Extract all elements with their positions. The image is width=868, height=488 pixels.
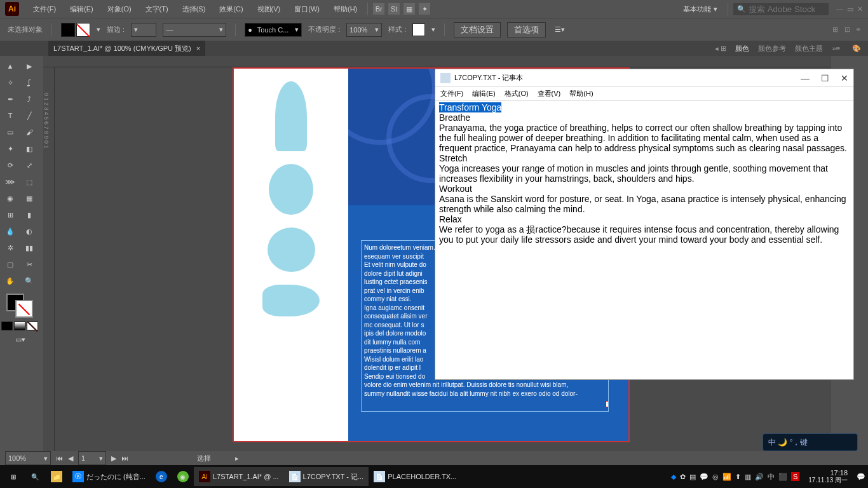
ime-indicator[interactable]: 中 — [768, 472, 775, 482]
column-graph-tool[interactable]: ▮▮ — [20, 240, 38, 255]
close-icon[interactable]: ✕ — [841, 73, 848, 83]
minimize-icon[interactable]: — — [836, 5, 843, 13]
np-menu-file[interactable]: 文件(F) — [440, 89, 463, 98]
horizontal-ruler[interactable] — [43, 56, 831, 67]
menu-type[interactable]: 文字(T) — [139, 3, 175, 16]
np-menu-help[interactable]: 帮助(H) — [569, 89, 593, 98]
placeholder-task-button[interactable]: 📄PLACEHOLDER.TX... — [369, 467, 461, 486]
stock-icon[interactable]: St — [388, 3, 400, 15]
preferences-button[interactable]: 首选项 — [507, 22, 546, 37]
edge-button[interactable]: e — [151, 467, 172, 486]
chevron-down-icon[interactable]: ▾ — [97, 25, 100, 34]
colorguide-panel-tab[interactable]: 颜色参考 — [758, 44, 786, 53]
nav-first-icon[interactable]: ⏮ — [56, 454, 63, 462]
menu-file[interactable]: 文件(F) — [27, 3, 62, 16]
zoom-tool[interactable]: 🔍 — [20, 273, 38, 288]
type-tool[interactable]: T — [1, 108, 19, 123]
tray-icon[interactable]: 💬 — [700, 473, 709, 481]
arrange-icon[interactable]: ▦ — [403, 3, 415, 15]
maximize-icon[interactable]: ▭ — [847, 5, 853, 13]
fill-stroke-swatches[interactable] — [61, 23, 90, 37]
volume-icon[interactable]: 🔊 — [755, 473, 764, 481]
close-icon[interactable]: ✕ — [857, 5, 863, 13]
shape-builder-tool[interactable]: ◉ — [1, 191, 19, 206]
properties-panel-icon[interactable]: 🎨 — [845, 41, 868, 56]
paintbrush-tool[interactable]: 🖌 — [20, 125, 38, 140]
line-tool[interactable]: ╱ — [20, 108, 38, 123]
status-expand-icon[interactable]: ▸ — [235, 454, 239, 463]
graph-panel-icon[interactable]: ⊡ — [844, 25, 850, 34]
nav-next-icon[interactable]: ▶ — [111, 454, 116, 463]
stroke-profile[interactable]: —▾ — [163, 23, 226, 37]
menu-object[interactable]: 对象(O) — [101, 3, 138, 16]
chevron-down-icon[interactable]: ▾ — [431, 25, 435, 34]
maximize-icon[interactable]: ☐ — [821, 73, 829, 83]
free-transform-tool[interactable]: ⬚ — [20, 174, 38, 189]
curvature-tool[interactable]: ⤴ — [20, 92, 38, 107]
action-center-icon[interactable]: 💬 — [857, 473, 865, 481]
brush-dd[interactable]: ●Touch C...▾ — [245, 23, 302, 37]
rectangle-tool[interactable]: ▭ — [1, 125, 19, 140]
ime-brand-icon[interactable]: S — [791, 472, 799, 481]
illustrator-task-button[interactable]: AiL7START_1.AI* @ ... — [194, 467, 284, 486]
start-button[interactable]: ⊞ — [3, 467, 24, 486]
notepad-window[interactable]: L7COPY.TXT - 记事本 — ☐ ✕ 文件(F) 编辑(E) 格式(O)… — [435, 69, 854, 380]
network-icon[interactable]: 📶 — [722, 473, 731, 481]
color-mode-swatches[interactable] — [1, 322, 39, 330]
notepad-task-button[interactable]: 📄L7COPY.TXT - 记... — [284, 467, 369, 486]
tray-icon[interactable]: ▥ — [745, 473, 751, 481]
symbol-sprayer-tool[interactable]: ✲ — [1, 240, 19, 255]
rotate-tool[interactable]: ⟳ — [1, 158, 19, 173]
search-button[interactable]: 🔍 — [24, 467, 46, 486]
np-menu-format[interactable]: 格式(O) — [505, 89, 529, 98]
overset-text-icon[interactable]: + — [606, 401, 609, 407]
hand-tool[interactable]: ✋ — [1, 273, 19, 288]
slice-tool[interactable]: ✂ — [20, 257, 38, 272]
direct-selection-tool[interactable]: ▶ — [20, 58, 38, 74]
close-tab-icon[interactable]: × — [196, 44, 200, 52]
notepad-titlebar[interactable]: L7COPY.TXT - 记事本 — ☐ ✕ — [435, 69, 853, 87]
tray-icon[interactable]: ▤ — [689, 473, 696, 481]
selection-tool[interactable]: ▲ — [1, 58, 19, 74]
menu-select[interactable]: 选择(S) — [176, 3, 212, 16]
transform-panel-icon[interactable]: ⊞ — [832, 25, 838, 34]
eraser-tool[interactable]: ◧ — [20, 141, 38, 156]
nav-last-icon[interactable]: ⏭ — [121, 454, 128, 462]
lasso-tool[interactable]: ʆ — [20, 75, 38, 90]
tray-icon[interactable]: ✿ — [680, 473, 686, 481]
panel-toggle-icon[interactable]: ◂ ⊞ — [715, 44, 726, 53]
stock-search-input[interactable] — [749, 4, 825, 14]
ime-toolbar[interactable]: 中 🌙 °，键 — [763, 433, 858, 451]
gpu-icon[interactable]: ✦ — [419, 3, 430, 15]
np-menu-edit[interactable]: 编辑(E) — [472, 89, 496, 98]
magic-wand-tool[interactable]: ✧ — [1, 75, 19, 90]
gradient-tool[interactable]: ▮ — [20, 207, 38, 222]
nav-prev-icon[interactable]: ◀ — [68, 454, 73, 463]
eyedropper-tool[interactable]: 💧 — [1, 224, 19, 239]
opacity-value[interactable]: 100%▾ — [346, 23, 382, 37]
tray-icon[interactable]: ◎ — [712, 473, 719, 481]
colortheme-panel-tab[interactable]: 颜色主题 — [795, 44, 823, 53]
perspective-tool[interactable]: ▦ — [20, 191, 38, 206]
bridge-icon[interactable]: Br — [373, 3, 384, 15]
screen-mode-tool[interactable]: ▭▾ — [1, 332, 39, 347]
blend-tool[interactable]: ◐ — [20, 224, 38, 239]
color-panel-tab[interactable]: 颜色 — [735, 44, 749, 53]
menu-window[interactable]: 窗口(W) — [288, 3, 326, 16]
workspace-switcher[interactable]: 基本功能▾ — [678, 3, 722, 15]
menu-icon[interactable]: ≡ — [857, 25, 860, 34]
style-swatch[interactable] — [412, 24, 425, 36]
np-menu-view[interactable]: 查看(V) — [538, 89, 561, 98]
stock-search[interactable]: 🔍 — [733, 3, 829, 15]
tray-icon[interactable]: ⬆ — [735, 473, 741, 481]
menu-view[interactable]: 视图(V) — [251, 3, 287, 16]
vertical-ruler[interactable]: 0 1 2 3 4 5 6 7 8 9 0 1 — [43, 67, 55, 465]
document-setup-button[interactable]: 文档设置 — [454, 22, 501, 37]
artboard-index[interactable]: 1▾ — [78, 451, 106, 465]
document-tab[interactable]: L7START_1.AI* @ 100% (CMYK/GPU 预览) × — [48, 41, 205, 56]
minimize-icon[interactable]: — — [801, 73, 810, 83]
zoom-level[interactable]: 100%▾ — [5, 451, 51, 465]
scale-tool[interactable]: ⤢ — [20, 158, 38, 173]
pen-tool[interactable]: ✒ — [1, 92, 19, 107]
width-tool[interactable]: ⋙ — [1, 174, 19, 189]
